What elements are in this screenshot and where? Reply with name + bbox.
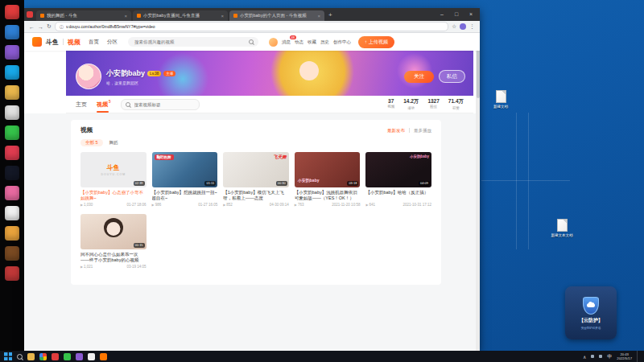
- header-item-feed[interactable]: 动态: [295, 39, 303, 45]
- browser-profile-avatar[interactable]: [460, 23, 466, 30]
- tab-close-icon[interactable]: ×: [221, 14, 224, 19]
- site-logo-text[interactable]: 斗鱼: [46, 38, 59, 47]
- header-item-history[interactable]: 历史: [320, 39, 329, 45]
- show-desktop-button[interactable]: [637, 351, 640, 362]
- input-language-indicator[interactable]: 中: [607, 353, 612, 360]
- taskbar-browser-icon[interactable]: [39, 353, 47, 360]
- browser-tab[interactable]: 我的舞蹈 - 斗鱼 ×: [36, 10, 131, 21]
- taskbar-search-icon[interactable]: [17, 354, 23, 360]
- video-card[interactable]: 飞天舞 00:30 【1小安韵baby】模仿飞天上飞呀，粘着上——态度 ▶852…: [223, 152, 289, 207]
- browser-tab[interactable]: 小安韵baby直播间_斗鱼直播 ×: [133, 10, 228, 21]
- browser-logo-icon[interactable]: [27, 11, 33, 18]
- kugou-icon[interactable]: [5, 65, 19, 80]
- live-app-icon[interactable]: [5, 45, 19, 60]
- video-app-icon[interactable]: [5, 266, 19, 281]
- video-title[interactable]: 【小安韵baby】哈哈（反正搞）: [365, 190, 431, 201]
- tray-network-icon[interactable]: [591, 355, 594, 358]
- karaoke-icon[interactable]: [5, 85, 19, 100]
- folder-icon[interactable]: [5, 105, 19, 120]
- wechat-icon[interactable]: [5, 125, 19, 140]
- video-card[interactable]: 斗鱼 DOUYU.COM 02:39 【小安韵baby】心态崩了小哥不如跳舞~ …: [80, 152, 147, 207]
- search-icon[interactable]: [126, 102, 130, 107]
- taskbar-douyu-icon[interactable]: [100, 353, 107, 360]
- video-title[interactable]: 【小安韵baby】浅跳机器舞依旧可爱如故——（YES！OK！）: [295, 190, 361, 201]
- video-card[interactable]: 小安韵baby 03:18 【小安韵baby】浅跳机器舞依旧可爱如故——（YES…: [295, 152, 361, 207]
- filter-dance[interactable]: 舞蹈: [109, 140, 118, 146]
- sort-divider: [409, 128, 410, 133]
- video-card[interactable]: 小安韵baby 04:09 【小安韵baby】哈哈（反正搞） ▶641 2021…: [365, 152, 431, 207]
- tray-volume-icon[interactable]: [599, 355, 602, 358]
- video-title[interactable]: 回不回心心是什么如果乖一次——终于小安韵baby的心视频: [80, 252, 147, 263]
- music-app-icon[interactable]: [5, 146, 19, 160]
- tab-home[interactable]: 主页: [76, 101, 87, 109]
- profile-video-search[interactable]: [121, 99, 200, 110]
- back-icon[interactable]: ←: [29, 24, 35, 30]
- desktop-shortcut[interactable]: 新建文本文档: [547, 219, 576, 237]
- nav-category[interactable]: 分区: [107, 39, 118, 46]
- browser-menu-icon[interactable]: ⋮: [469, 23, 475, 30]
- text-file-icon[interactable]: [557, 219, 568, 232]
- nav-home[interactable]: 首页: [89, 39, 99, 46]
- bookmark-star-icon[interactable]: ☆: [452, 23, 456, 30]
- site-search[interactable]: [128, 37, 258, 47]
- desktop-shortcut[interactable]: 新建文档: [486, 90, 515, 109]
- video-thumbnail[interactable]: 飞天舞 00:30: [223, 152, 289, 187]
- video-title[interactable]: 【1小安韵baby】模仿飞天上飞呀，粘着上——态度: [223, 190, 289, 201]
- video-editor-icon[interactable]: [5, 5, 19, 19]
- site-logo-sub[interactable]: 视频: [68, 38, 80, 47]
- upload-video-button[interactable]: ↑ 上传视频: [358, 36, 394, 48]
- header-item-favorites[interactable]: 收藏: [308, 39, 316, 45]
- url-field[interactable]: ⓘ v.douyu.com/author/0md8vB5mwNY7#type=v…: [55, 22, 448, 31]
- reload-icon[interactable]: ↻: [47, 23, 52, 30]
- store-app-icon[interactable]: [5, 226, 19, 241]
- start-button[interactable]: [4, 352, 12, 360]
- video-card[interactable]: 翻唱热舞 01:11 【小安韵baby】想跳就跳扭一扭~超自在~ ▶986 01…: [152, 152, 218, 207]
- tab-close-icon[interactable]: ×: [124, 14, 127, 19]
- scrollbar[interactable]: [476, 33, 480, 351]
- sort-most-played[interactable]: 最多播放: [414, 128, 431, 134]
- video-title[interactable]: 【小安韵baby】想跳就跳扭一扭~超自在~: [152, 190, 218, 201]
- user-avatar[interactable]: [269, 38, 278, 47]
- tab-video[interactable]: 视频 5: [97, 96, 111, 113]
- cloud-protection-widget[interactable]: 【云防护】 安全防护已开启: [565, 286, 617, 339]
- browser-app-icon[interactable]: [5, 25, 19, 39]
- taskbar-wechat-icon[interactable]: [64, 353, 71, 360]
- taskbar-live-icon[interactable]: [76, 353, 83, 360]
- video-thumbnail[interactable]: 小安韵baby 03:18: [295, 152, 361, 187]
- profile-video-search-input[interactable]: [133, 101, 195, 108]
- taskbar-music-icon[interactable]: [52, 353, 59, 360]
- video-thumbnail[interactable]: 小安韵baby 04:09: [365, 152, 431, 187]
- follow-button[interactable]: 关注: [404, 71, 434, 83]
- video-thumbnail[interactable]: 翻唱热舞 01:11: [152, 152, 218, 187]
- video-thumbnail[interactable]: 00:15: [80, 214, 147, 249]
- photo-app-icon[interactable]: [5, 186, 19, 200]
- search-icon[interactable]: [249, 39, 254, 44]
- sort-newest[interactable]: 最新发布: [387, 128, 405, 134]
- tools-app-icon[interactable]: [5, 246, 19, 261]
- douyin-icon[interactable]: [5, 166, 19, 180]
- tray-expand-icon[interactable]: ∧: [583, 354, 586, 360]
- private-message-button[interactable]: 私信: [439, 70, 465, 83]
- video-thumbnail[interactable]: 斗鱼 DOUYU.COM 02:39: [80, 152, 147, 187]
- close-button[interactable]: ×: [464, 8, 477, 21]
- filter-all[interactable]: 全部 5: [80, 139, 103, 146]
- minimize-button[interactable]: –: [436, 8, 448, 21]
- new-tab-button[interactable]: +: [328, 11, 332, 19]
- site-search-input[interactable]: [133, 39, 246, 45]
- tab-close-icon[interactable]: ×: [317, 14, 320, 19]
- header-item-creator-center[interactable]: 创作中心: [333, 39, 351, 45]
- video-card[interactable]: 00:15 回不回心心是什么如果乖一次——终于小安韵baby的心视频 ▶1,02…: [80, 214, 147, 269]
- browser-tab-active[interactable]: 小安韵baby的个人页面 - 斗鱼视频 ×: [229, 10, 324, 21]
- douyu-logo-icon[interactable]: [32, 37, 42, 47]
- forward-icon[interactable]: →: [38, 24, 43, 30]
- profile-avatar[interactable]: [76, 64, 101, 89]
- taskbar-folder-icon[interactable]: [27, 353, 35, 360]
- video-title[interactable]: 【小安韵baby】心态崩了小哥不如跳舞~: [80, 190, 147, 201]
- taskbar-clock[interactable]: 20:43 2022/5/17: [617, 352, 632, 360]
- taskbar-notepad-icon[interactable]: [88, 353, 95, 360]
- document-icon[interactable]: [496, 90, 506, 103]
- header-item-messages[interactable]: 消息 48: [282, 39, 291, 45]
- maximize-button[interactable]: □: [450, 8, 463, 21]
- site-info-icon[interactable]: ⓘ: [60, 24, 64, 29]
- game-app-icon[interactable]: [5, 206, 19, 220]
